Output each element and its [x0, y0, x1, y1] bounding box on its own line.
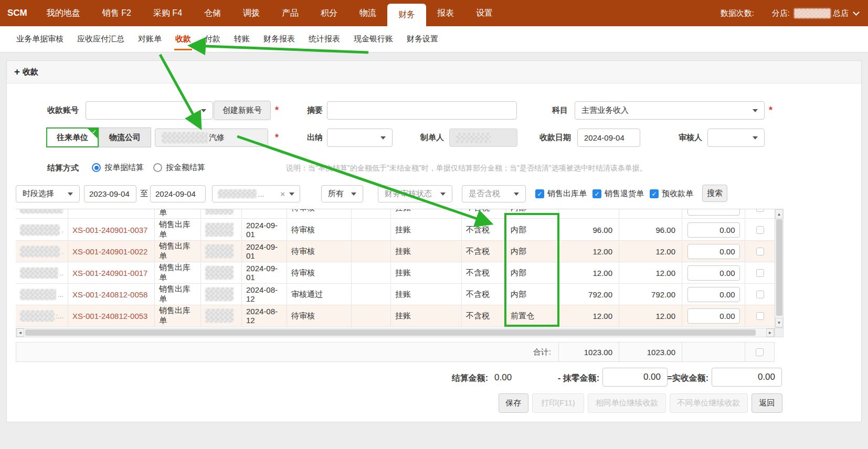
tab-counterparty[interactable]: 往来单位 ✓: [46, 127, 99, 147]
subnav-cash-bank[interactable]: 现金银行账: [347, 26, 400, 52]
subnav-statement[interactable]: 对账单: [131, 26, 168, 52]
row-checkbox[interactable]: [756, 291, 764, 298]
cell-docno[interactable]: XS-001-240812-0058: [68, 284, 155, 305]
date-to-input[interactable]: 2024-09-04: [150, 185, 206, 202]
nav-reports[interactable]: 报表: [426, 0, 465, 26]
create-account-button[interactable]: 创建新账号: [214, 101, 271, 120]
cell-docno[interactable]: XS-001-240812-0053: [68, 305, 155, 326]
save-button[interactable]: 保存: [499, 393, 528, 413]
nav-points[interactable]: 积分: [310, 0, 348, 26]
checkbox-advance-receipt[interactable]: ✓ 预收款单: [650, 189, 693, 199]
print-button[interactable]: 打印(F11): [532, 393, 584, 413]
subnav-doc-audit[interactable]: 业务单据审核: [9, 26, 70, 52]
row-checkbox[interactable]: [756, 248, 764, 255]
scroll-down-icon[interactable]: ▼: [775, 318, 783, 327]
cell-docno[interactable]: XS-001-240901-0017: [68, 262, 155, 283]
store-suffix: 总店: [833, 8, 849, 18]
cell-docno[interactable]: XS-001-240901-0022: [68, 241, 155, 262]
cell-extra-blurred: [201, 241, 242, 262]
totals-bar: 合计: 1023.00 1023.00: [16, 342, 775, 362]
subnav-finance-report[interactable]: 财务报表: [257, 26, 302, 52]
nav-purchase[interactable]: 采购 F4: [142, 0, 193, 26]
clear-x-icon[interactable]: ×: [280, 189, 285, 198]
select-all-checkbox[interactable]: [756, 348, 764, 356]
radio-settle-by-doc[interactable]: 按单据结算: [92, 163, 144, 173]
cell-amount1: 792.00: [559, 284, 619, 305]
cell-settle-input: [682, 305, 745, 326]
checkbox-sales-outbound[interactable]: ✓ 销售出库单: [535, 189, 587, 199]
cell-docno[interactable]: XS-001-240901-0037: [68, 219, 155, 240]
radio-settle-by-amount[interactable]: 按金额结算: [153, 163, 205, 173]
nav-finance-active[interactable]: 财务: [387, 4, 426, 26]
audit-status-select[interactable]: 财务审核状态: [378, 185, 452, 202]
scroll-right-icon[interactable]: ►: [766, 328, 774, 337]
subnav-receipt-active[interactable]: 收款: [168, 26, 198, 52]
summary-input[interactable]: [327, 101, 517, 120]
account-select[interactable]: [86, 101, 213, 120]
nav-warehouse[interactable]: 仓储: [193, 0, 232, 26]
row-checkbox[interactable]: [756, 209, 764, 212]
cell-client-blurred: ...: [16, 284, 68, 305]
subnav-stats-report[interactable]: 统计报表: [302, 26, 347, 52]
caret-down-icon: [351, 193, 356, 196]
scroll-up-icon[interactable]: ▲: [775, 209, 783, 219]
cell-warehouse: 内部: [506, 262, 559, 283]
period-select[interactable]: 时段选择: [16, 185, 80, 202]
row-checkbox[interactable]: [756, 269, 764, 277]
vertical-scroll-thumb[interactable]: [776, 219, 782, 316]
chevron-down-icon[interactable]: [853, 9, 860, 16]
nav-transfer[interactable]: 调拨: [232, 0, 271, 26]
row-checkbox[interactable]: [756, 312, 764, 320]
company-filter-select[interactable]: ... ×: [212, 185, 300, 202]
cell-extra-blurred: [201, 262, 242, 283]
subnav-ar-ap-summary[interactable]: 应收应付汇总: [70, 26, 131, 52]
settle-amount-input[interactable]: [687, 308, 740, 324]
extra-field-blurred: [205, 309, 234, 323]
nav-sales[interactable]: 销售 F2: [91, 0, 142, 26]
date-to-value: 2024-09-04: [155, 189, 196, 198]
settle-amount-input[interactable]: [687, 287, 740, 302]
nav-logistics[interactable]: 物流: [348, 0, 387, 26]
cell-date: 2024-09-01: [242, 262, 287, 283]
scroll-left-icon[interactable]: ◄: [16, 328, 24, 337]
cell-tax: 不含税: [462, 305, 506, 326]
checkbox-sales-return[interactable]: ✓ 销售退货单: [592, 189, 644, 199]
cashier-select[interactable]: [327, 129, 393, 147]
tax-select-placeholder: 是否含税: [469, 189, 500, 199]
extra-field-blurred: [205, 287, 234, 301]
company-input[interactable]: 汽修: [155, 129, 268, 147]
date-from-input[interactable]: 2023-09-04: [84, 185, 136, 202]
total-empty-cell: [682, 343, 745, 361]
subnav-finance-settings[interactable]: 财务设置: [400, 26, 445, 52]
vertical-scrollbar[interactable]: ▲ ▼: [775, 209, 784, 328]
auditor-select[interactable]: [707, 129, 765, 147]
cell-empty: [352, 241, 391, 262]
select-all-cell: [745, 343, 774, 361]
horizontal-scroll-thumb[interactable]: [25, 329, 756, 336]
subnav-payment[interactable]: 付款: [198, 26, 227, 52]
cell-settle: 挂账: [391, 219, 462, 240]
diff-unit-continue-button[interactable]: 不同单位继续收款: [670, 393, 748, 413]
nav-my-area[interactable]: 我的地盘: [36, 0, 91, 26]
tax-select[interactable]: 是否含税: [462, 185, 526, 202]
cell-docno[interactable]: [68, 209, 155, 218]
settle-amount-input[interactable]: [687, 244, 740, 259]
search-button[interactable]: 搜索: [702, 185, 727, 202]
back-button[interactable]: 返回: [751, 393, 782, 413]
nav-product[interactable]: 产品: [271, 0, 310, 26]
settle-amount-input[interactable]: [687, 209, 740, 216]
nav-settings[interactable]: 设置: [465, 0, 504, 26]
settle-amount-input[interactable]: [687, 222, 740, 238]
tab-logistics[interactable]: 物流公司: [99, 127, 151, 147]
same-unit-continue-button[interactable]: 相同单位继续收款: [588, 393, 666, 413]
type-filter-select[interactable]: 所有: [321, 185, 363, 202]
received-input[interactable]: 0.00: [712, 368, 782, 387]
row-checkbox[interactable]: [756, 226, 764, 234]
company-filter-blurred: [218, 189, 257, 198]
rounding-label: - 抹零金额:: [525, 373, 599, 384]
subnav-transfer[interactable]: 转账: [227, 26, 257, 52]
receipt-date-input[interactable]: 2024-09-04: [577, 129, 640, 147]
subject-select[interactable]: 主营业务收入: [575, 101, 765, 120]
horizontal-scrollbar[interactable]: ◄ ►: [16, 328, 775, 337]
settle-amount-input[interactable]: [687, 265, 740, 281]
